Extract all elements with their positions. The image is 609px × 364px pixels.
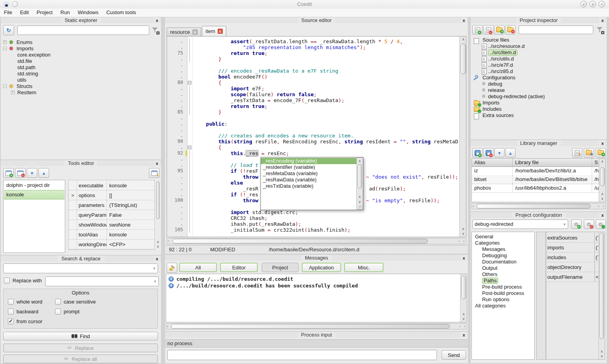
config-vscrollbar[interactable]: ∧∨: [598, 232, 605, 359]
configuration-select[interactable]: debug-redirected∨: [472, 219, 568, 229]
config-category[interactable]: Others: [472, 271, 534, 278]
completion-popup[interactable]: _resEncoding (variable)_resIdentifier (v…: [260, 157, 363, 210]
message-row[interactable]: compiling /.../build/resource.d.coedit: [168, 276, 459, 282]
tree-item[interactable]: −Imports: [1, 46, 160, 52]
library-row[interactable]: iz/home/basile/Dev/Iz/lib/iz.a/ho: [472, 166, 599, 176]
menu-item-project[interactable]: Project: [33, 9, 56, 16]
completion-item[interactable]: _resRawData (variable): [261, 177, 356, 183]
property-value[interactable]: <CFP>: [106, 240, 154, 249]
messages-filter-editor[interactable]: Editor: [220, 263, 258, 272]
project-tree-item[interactable]: debug-redirected (active): [471, 93, 606, 100]
config-category[interactable]: Paths: [472, 278, 534, 284]
menu-item-custom-tools[interactable]: Custom tools: [102, 9, 140, 16]
replace-button[interactable]: Replace: [3, 344, 158, 352]
symbol-search-input[interactable]: [17, 26, 149, 35]
project-tree-item[interactable]: ../src/resource.d: [471, 43, 606, 49]
library-hscrollbar[interactable]: ‹‹›: [471, 203, 606, 209]
property-value[interactable]: konsole: [106, 230, 154, 240]
library-row[interactable]: phobos/usr/lib64/libphobos2.a/us: [472, 184, 599, 193]
replace-with-checkbox[interactable]: [4, 278, 10, 284]
project-tree-item[interactable]: ../src/z85.d: [471, 68, 606, 75]
tree-item[interactable]: +Enums: [1, 39, 160, 46]
scroll-up-icon[interactable]: ∧: [599, 192, 605, 196]
project-tree-item[interactable]: Configurations: [471, 75, 606, 81]
replace-all-button[interactable]: Replace all: [3, 355, 158, 363]
libraries-table[interactable]: AliasLibrary fileSiz/home/basile/Dev/Iz/…: [471, 158, 606, 202]
config-category[interactable]: Debugging: [472, 252, 534, 259]
expander-icon[interactable]: −: [3, 47, 7, 50]
project-tree-item[interactable]: Source files: [471, 37, 606, 43]
option-checkbox-whole-word[interactable]: [8, 299, 14, 305]
scroll-thumb[interactable]: [477, 204, 591, 209]
config-category[interactable]: All categories: [472, 303, 534, 309]
column-header[interactable]: S: [592, 159, 600, 166]
scroll-thumb[interactable]: [358, 164, 362, 188]
project-tree-item[interactable]: Extra sources: [471, 112, 606, 119]
property-name[interactable]: executable: [77, 181, 106, 190]
add-library-folder-button[interactable]: +: [596, 148, 606, 157]
completion-item[interactable]: _resTxtData (variable): [261, 183, 356, 189]
tree-item[interactable]: std.string: [1, 71, 160, 77]
property-value[interactable]: swoNone: [106, 220, 154, 230]
tree-item[interactable]: utils: [1, 77, 160, 83]
scroll-thumb[interactable]: [460, 44, 466, 74]
menu-item-windows[interactable]: Windows: [74, 9, 103, 16]
option-checkbox-from-cursor[interactable]: [8, 318, 14, 324]
scroll-up-icon[interactable]: ∧: [156, 240, 160, 244]
close-panel-icon[interactable]: x: [600, 17, 605, 24]
inspector-filter-input[interactable]: [519, 26, 593, 34]
close-button[interactable]: ×: [598, 1, 605, 7]
editor-tab-item[interactable]: itemx: [202, 26, 226, 36]
minimize-button[interactable]: ∨: [580, 1, 587, 7]
property-name[interactable]: options: [77, 190, 106, 200]
scroll-left-icon[interactable]: ‹: [167, 324, 168, 329]
editor-vscrollbar[interactable]: ∧∧∨: [459, 37, 466, 237]
config-category[interactable]: General: [472, 234, 534, 240]
scroll-down-icon[interactable]: ∨: [599, 196, 605, 201]
send-button[interactable]: Send: [442, 350, 466, 360]
property-name[interactable]: queryParameters: [77, 210, 106, 220]
message-row[interactable]: /.../build/resource.d.coedit has been su…: [168, 282, 459, 289]
project-tree-item[interactable]: ../src/utils.d: [471, 56, 606, 62]
close-panel-icon[interactable]: x: [600, 212, 605, 218]
scroll-thumb[interactable]: [171, 324, 450, 329]
messages-hscrollbar[interactable]: ‹‹›: [166, 323, 467, 329]
library-from-folder-button[interactable]: ⚙: [584, 148, 594, 157]
project-tree-item[interactable]: →Imports: [471, 100, 606, 106]
scroll-left-icon[interactable]: ‹: [459, 239, 460, 243]
close-panel-icon[interactable]: x: [461, 17, 467, 24]
scroll-right-icon[interactable]: ›: [464, 324, 465, 329]
fold-collapse-icon[interactable]: −: [188, 146, 191, 149]
property-value[interactable]: konsole: [106, 181, 154, 190]
project-tree-item[interactable]: release: [471, 87, 606, 93]
move-tool-up-button[interactable]: [39, 168, 49, 178]
messages-filter-misc[interactable]: Misc.: [344, 263, 383, 272]
remove-folder-button[interactable]: −: [505, 25, 515, 35]
project-tree[interactable]: Source files../src/resource.d../src/item…: [471, 36, 607, 139]
property-name[interactable]: extraSources: [547, 233, 593, 243]
library-vscrollbar[interactable]: ∧∧∨: [599, 159, 605, 202]
scroll-down-icon[interactable]: ∨: [156, 244, 160, 249]
search-term-combo[interactable]: ∨: [3, 263, 158, 273]
editor-tab-resource[interactable]: resourcex: [167, 27, 201, 36]
add-folder-button[interactable]: +: [494, 25, 504, 35]
project-tree-item[interactable]: →Includes: [471, 106, 606, 112]
tab-close-icon[interactable]: x: [193, 29, 198, 35]
expander-icon[interactable]: +: [11, 91, 15, 94]
completion-item[interactable]: _resMetaData (variable): [261, 170, 356, 177]
scroll-right-icon[interactable]: ›: [603, 204, 604, 209]
scroll-up-icon[interactable]: ∧: [599, 349, 605, 354]
maximize-button[interactable]: ∧: [589, 1, 596, 7]
remove-configuration-button[interactable]: −: [584, 219, 594, 229]
scroll-down-icon[interactable]: ∨: [599, 354, 605, 359]
scroll-up-icon[interactable]: ∧: [460, 227, 466, 231]
scroll-left-icon[interactable]: ‹: [473, 204, 474, 209]
option-checkbox-prompt[interactable]: [55, 309, 61, 315]
library-row[interactable]: bitset/home/basile/Dev/Bitset/lib/bitse/…: [472, 175, 599, 184]
remove-tool-button[interactable]: −: [15, 168, 26, 178]
scroll-down-icon[interactable]: ∨: [460, 231, 466, 236]
config-category[interactable]: Documentation: [472, 259, 534, 265]
property-name[interactable]: parameters: [77, 200, 106, 210]
sync-configuration-button[interactable]: →: [596, 219, 606, 229]
menu-item-file[interactable]: File: [0, 9, 16, 16]
